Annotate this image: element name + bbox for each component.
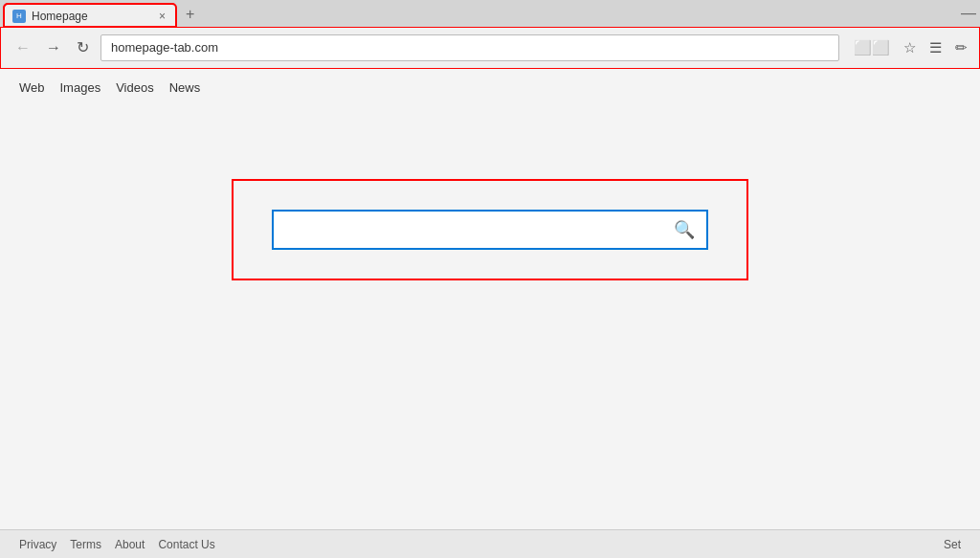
search-inner-box: 🔍: [272, 210, 708, 250]
content-area: WebImagesVideosNews 🔍: [0, 69, 980, 529]
back-button[interactable]: ←: [8, 35, 38, 60]
tab-bar: H Homepage × +: [4, 0, 200, 27]
title-bar: H Homepage × + —: [0, 0, 980, 27]
footer-privacy-link[interactable]: Privacy: [19, 538, 56, 551]
footer-right: Set: [944, 538, 961, 551]
search-input[interactable]: [274, 212, 662, 248]
reading-view-icon: ⬜⬜: [854, 39, 890, 56]
back-icon: ←: [15, 39, 31, 56]
footer: PrivacyTermsAboutContact Us Set: [0, 529, 980, 558]
search-button[interactable]: 🔍: [662, 212, 706, 248]
nav-bar: ← → ↻ ⬜⬜ ☆ ☰ ✏: [0, 27, 980, 69]
favicon-letter: H: [16, 11, 22, 20]
reading-view-button[interactable]: ⬜⬜: [849, 35, 895, 60]
make-note-button[interactable]: ✏: [950, 35, 972, 60]
nav-link-news[interactable]: News: [169, 80, 201, 95]
footer-about-link[interactable]: About: [115, 538, 145, 551]
address-bar[interactable]: [100, 34, 839, 61]
footer-terms-link[interactable]: Terms: [70, 538, 101, 551]
refresh-button[interactable]: ↻: [69, 34, 97, 60]
hub-button[interactable]: ☰: [924, 35, 947, 60]
footer-right-text: Set: [944, 538, 961, 551]
hub-icon: ☰: [929, 39, 942, 56]
minimize-icon[interactable]: —: [961, 5, 976, 21]
tab-close-button[interactable]: ×: [157, 8, 167, 25]
footer-links: PrivacyTermsAboutContact Us: [19, 538, 215, 551]
window-controls[interactable]: —: [961, 5, 976, 22]
search-icon: 🔍: [674, 219, 695, 240]
search-outer-box: 🔍: [232, 179, 748, 280]
nav-link-videos[interactable]: Videos: [116, 80, 154, 95]
nav-link-web[interactable]: Web: [19, 80, 45, 95]
forward-icon: →: [46, 39, 61, 56]
new-tab-button[interactable]: +: [180, 4, 200, 25]
refresh-icon: ↻: [77, 38, 89, 56]
star-icon: ☆: [903, 39, 916, 56]
search-area: 🔍: [0, 179, 980, 280]
nav-actions: ⬜⬜ ☆ ☰ ✏: [849, 35, 972, 60]
pencil-icon: ✏: [955, 39, 968, 56]
search-nav: WebImagesVideosNews: [0, 69, 980, 102]
tab-favicon: H: [12, 10, 26, 23]
favorites-button[interactable]: ☆: [899, 35, 921, 60]
tab-title: Homepage: [32, 10, 151, 23]
forward-button[interactable]: →: [38, 35, 69, 60]
nav-link-images[interactable]: Images: [60, 80, 101, 95]
footer-contact-us-link[interactable]: Contact Us: [158, 538, 214, 551]
browser-tab[interactable]: H Homepage ×: [4, 4, 176, 27]
